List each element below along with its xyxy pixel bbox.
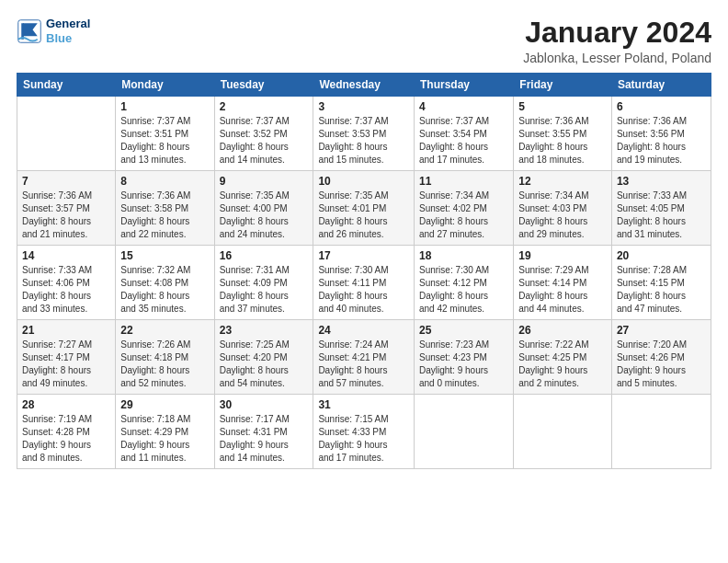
calendar-cell: 23Sunrise: 7:25 AM Sunset: 4:20 PM Dayli… (214, 320, 313, 395)
day-info: Sunrise: 7:20 AM Sunset: 4:26 PM Dayligh… (617, 339, 706, 390)
calendar-cell: 28Sunrise: 7:19 AM Sunset: 4:28 PM Dayli… (17, 395, 116, 469)
day-info: Sunrise: 7:29 AM Sunset: 4:14 PM Dayligh… (518, 264, 607, 316)
day-number: 24 (318, 324, 409, 337)
col-monday: Monday (116, 74, 214, 97)
day-info: Sunrise: 7:25 AM Sunset: 4:20 PM Dayligh… (220, 339, 309, 390)
col-wednesday: Wednesday (313, 74, 415, 97)
logo-icon (17, 18, 42, 44)
calendar-cell (17, 97, 116, 171)
calendar-week-5: 28Sunrise: 7:19 AM Sunset: 4:28 PM Dayli… (17, 395, 711, 469)
calendar-cell: 3Sunrise: 7:37 AM Sunset: 3:53 PM Daylig… (313, 97, 415, 171)
day-number: 22 (120, 324, 209, 337)
day-number: 17 (318, 249, 409, 262)
calendar: Sunday Monday Tuesday Wednesday Thursday… (17, 73, 711, 469)
day-number: 15 (120, 249, 209, 262)
month-title: January 2024 (523, 17, 711, 49)
calendar-cell: 12Sunrise: 7:34 AM Sunset: 4:03 PM Dayli… (514, 171, 612, 246)
day-info: Sunrise: 7:30 AM Sunset: 4:12 PM Dayligh… (419, 264, 508, 316)
logo-text: General Blue (46, 17, 90, 45)
day-number: 13 (617, 175, 706, 188)
day-number: 7 (22, 175, 110, 188)
day-number: 21 (22, 324, 110, 337)
calendar-cell: 20Sunrise: 7:28 AM Sunset: 4:15 PM Dayli… (611, 246, 711, 320)
col-tuesday: Tuesday (214, 74, 313, 97)
day-info: Sunrise: 7:28 AM Sunset: 4:15 PM Dayligh… (617, 264, 706, 316)
day-info: Sunrise: 7:34 AM Sunset: 4:02 PM Dayligh… (419, 190, 508, 241)
day-info: Sunrise: 7:31 AM Sunset: 4:09 PM Dayligh… (220, 264, 309, 316)
day-number: 10 (318, 175, 409, 188)
calendar-cell: 31Sunrise: 7:15 AM Sunset: 4:33 PM Dayli… (313, 395, 415, 469)
col-thursday: Thursday (414, 74, 513, 97)
day-number: 29 (120, 398, 209, 411)
day-info: Sunrise: 7:37 AM Sunset: 3:52 PM Dayligh… (220, 115, 309, 167)
calendar-cell: 29Sunrise: 7:18 AM Sunset: 4:29 PM Dayli… (116, 395, 214, 469)
header-row: Sunday Monday Tuesday Wednesday Thursday… (17, 74, 711, 97)
day-info: Sunrise: 7:34 AM Sunset: 4:03 PM Dayligh… (518, 190, 607, 241)
day-number: 3 (318, 100, 409, 113)
day-number: 11 (419, 175, 508, 188)
day-info: Sunrise: 7:26 AM Sunset: 4:18 PM Dayligh… (120, 339, 209, 390)
logo-line2: Blue (46, 31, 72, 45)
day-info: Sunrise: 7:30 AM Sunset: 4:11 PM Dayligh… (318, 264, 409, 316)
day-info: Sunrise: 7:23 AM Sunset: 4:23 PM Dayligh… (419, 339, 508, 390)
day-info: Sunrise: 7:37 AM Sunset: 3:53 PM Dayligh… (318, 115, 409, 167)
calendar-cell: 13Sunrise: 7:33 AM Sunset: 4:05 PM Dayli… (611, 171, 711, 246)
location: Jablonka, Lesser Poland, Poland (523, 51, 711, 65)
calendar-cell: 18Sunrise: 7:30 AM Sunset: 4:12 PM Dayli… (414, 246, 513, 320)
day-number: 20 (617, 249, 706, 262)
day-number: 8 (120, 175, 209, 188)
logo-line1: General (46, 17, 90, 31)
day-info: Sunrise: 7:36 AM Sunset: 3:55 PM Dayligh… (518, 115, 607, 167)
day-number: 2 (220, 100, 309, 113)
calendar-cell (414, 395, 513, 469)
calendar-cell: 17Sunrise: 7:30 AM Sunset: 4:11 PM Dayli… (313, 246, 415, 320)
day-info: Sunrise: 7:36 AM Sunset: 3:57 PM Dayligh… (22, 190, 110, 241)
day-info: Sunrise: 7:24 AM Sunset: 4:21 PM Dayligh… (318, 339, 409, 390)
day-info: Sunrise: 7:15 AM Sunset: 4:33 PM Dayligh… (318, 413, 409, 465)
calendar-cell (611, 395, 711, 469)
calendar-cell: 2Sunrise: 7:37 AM Sunset: 3:52 PM Daylig… (214, 97, 313, 171)
calendar-cell: 19Sunrise: 7:29 AM Sunset: 4:14 PM Dayli… (514, 246, 612, 320)
day-number: 1 (120, 100, 209, 113)
calendar-cell (514, 395, 612, 469)
logo: General Blue (17, 17, 90, 45)
day-number: 12 (518, 175, 607, 188)
day-number: 18 (419, 249, 508, 262)
calendar-cell: 27Sunrise: 7:20 AM Sunset: 4:26 PM Dayli… (611, 320, 711, 395)
calendar-cell: 14Sunrise: 7:33 AM Sunset: 4:06 PM Dayli… (17, 246, 116, 320)
calendar-cell: 24Sunrise: 7:24 AM Sunset: 4:21 PM Dayli… (313, 320, 415, 395)
day-info: Sunrise: 7:18 AM Sunset: 4:29 PM Dayligh… (120, 413, 209, 465)
calendar-cell: 25Sunrise: 7:23 AM Sunset: 4:23 PM Dayli… (414, 320, 513, 395)
calendar-week-1: 1Sunrise: 7:37 AM Sunset: 3:51 PM Daylig… (17, 97, 711, 171)
calendar-cell: 9Sunrise: 7:35 AM Sunset: 4:00 PM Daylig… (214, 171, 313, 246)
day-info: Sunrise: 7:33 AM Sunset: 4:05 PM Dayligh… (617, 190, 706, 241)
calendar-week-3: 14Sunrise: 7:33 AM Sunset: 4:06 PM Dayli… (17, 246, 711, 320)
day-info: Sunrise: 7:37 AM Sunset: 3:54 PM Dayligh… (419, 115, 508, 167)
col-friday: Friday (514, 74, 612, 97)
day-number: 5 (518, 100, 607, 113)
day-number: 28 (22, 398, 110, 411)
day-info: Sunrise: 7:36 AM Sunset: 3:58 PM Dayligh… (120, 190, 209, 241)
day-info: Sunrise: 7:37 AM Sunset: 3:51 PM Dayligh… (120, 115, 209, 167)
title-block: January 2024 Jablonka, Lesser Poland, Po… (523, 17, 711, 65)
calendar-cell: 11Sunrise: 7:34 AM Sunset: 4:02 PM Dayli… (414, 171, 513, 246)
day-number: 31 (318, 398, 409, 411)
calendar-cell: 26Sunrise: 7:22 AM Sunset: 4:25 PM Dayli… (514, 320, 612, 395)
day-number: 23 (220, 324, 309, 337)
calendar-cell: 6Sunrise: 7:36 AM Sunset: 3:56 PM Daylig… (611, 97, 711, 171)
day-info: Sunrise: 7:33 AM Sunset: 4:06 PM Dayligh… (22, 264, 110, 316)
header: General Blue January 2024 Jablonka, Less… (17, 17, 711, 65)
day-number: 16 (220, 249, 309, 262)
calendar-cell: 16Sunrise: 7:31 AM Sunset: 4:09 PM Dayli… (214, 246, 313, 320)
day-number: 6 (617, 100, 706, 113)
day-info: Sunrise: 7:22 AM Sunset: 4:25 PM Dayligh… (518, 339, 607, 390)
day-number: 25 (419, 324, 508, 337)
calendar-cell: 21Sunrise: 7:27 AM Sunset: 4:17 PM Dayli… (17, 320, 116, 395)
day-info: Sunrise: 7:36 AM Sunset: 3:56 PM Dayligh… (617, 115, 706, 167)
calendar-cell: 22Sunrise: 7:26 AM Sunset: 4:18 PM Dayli… (116, 320, 214, 395)
calendar-cell: 8Sunrise: 7:36 AM Sunset: 3:58 PM Daylig… (116, 171, 214, 246)
calendar-cell: 10Sunrise: 7:35 AM Sunset: 4:01 PM Dayli… (313, 171, 415, 246)
calendar-week-4: 21Sunrise: 7:27 AM Sunset: 4:17 PM Dayli… (17, 320, 711, 395)
day-info: Sunrise: 7:27 AM Sunset: 4:17 PM Dayligh… (22, 339, 110, 390)
calendar-week-2: 7Sunrise: 7:36 AM Sunset: 3:57 PM Daylig… (17, 171, 711, 246)
